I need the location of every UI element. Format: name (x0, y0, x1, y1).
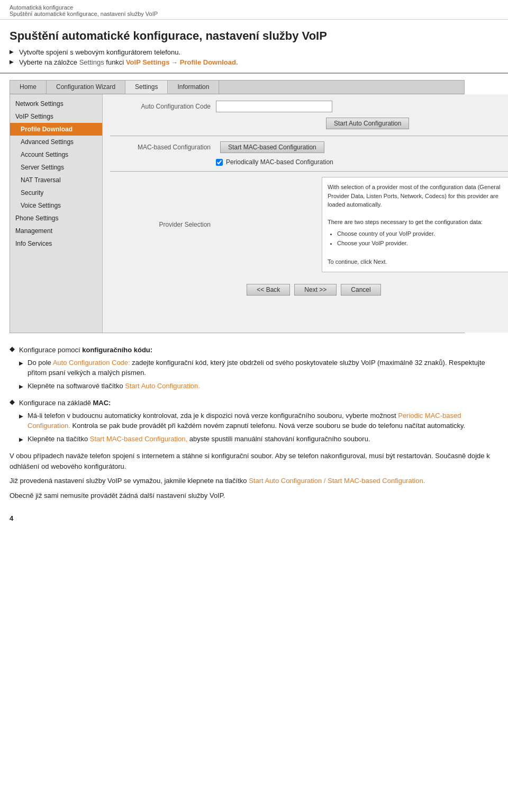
provider-info-box: With selection of a provider most of the… (322, 177, 508, 272)
arrow-icon-1: ▶ (19, 359, 23, 378)
provider-step-1: Choose country of your VoIP provider. (337, 229, 508, 238)
title-section: Spuštění automatické konfigurace, nastav… (0, 20, 508, 74)
section2-bullet-1: ▶ Má-li telefon v budoucnu automaticky k… (19, 411, 498, 431)
sidebar-item-voip-settings[interactable]: VoIP Settings (10, 110, 102, 123)
page-number: 4 (0, 510, 508, 527)
section1-bullet-1: ▶ Do pole Auto Configuration Code: zadej… (19, 358, 498, 378)
diamond-section-1: ◆ Konfigurace pomocí konfiguračního kódu… (10, 345, 498, 394)
divider-2 (110, 171, 508, 172)
mac-section: MAC-based Configuration Start MAC-based … (110, 141, 508, 166)
diamond-icon-2: ◆ (10, 398, 15, 447)
page-title: Spuštění automatické konfigurace, nastav… (10, 29, 498, 43)
arrow-icon-3: ▶ (19, 412, 23, 431)
tab-settings[interactable]: Settings (125, 81, 168, 94)
cancel-button[interactable]: Cancel (341, 284, 380, 296)
provider-step-2: Choose your VoIP provider. (337, 239, 508, 248)
sidebar-item-network-settings[interactable]: Network Settings (10, 97, 102, 110)
section2-content: Konfigurace na základě MAC: ▶ Má-li tele… (19, 398, 498, 447)
sidebar-item-server-settings[interactable]: Server Settings (10, 161, 102, 174)
provider-steps-intro: There are two steps necessary to get the… (328, 219, 483, 225)
nav-buttons: << Back Next >> Cancel (110, 280, 508, 300)
periodic-mac-row: Periodically MAC-based Configuration (216, 158, 508, 166)
provider-section: Provider Selection With selection of a p… (110, 177, 508, 272)
next-button[interactable]: Next >> (294, 284, 337, 296)
sidebar-item-management[interactable]: Management (10, 225, 102, 237)
arrow-icon-2: ▶ (19, 382, 23, 391)
section2-bullet-2: ▶ Klepněte na tlačítko Start MAC-based C… (19, 434, 498, 444)
provider-steps-list: Choose country of your VoIP provider. Ch… (337, 229, 508, 248)
section1-heading: konfiguračního kódu: (82, 346, 152, 354)
diamond-icon-1: ◆ (10, 345, 15, 394)
mac-config-label: MAC-based Configuration (110, 144, 216, 151)
sidebar-item-profile-download[interactable]: Profile Download (10, 123, 102, 136)
tab-home[interactable]: Home (10, 81, 47, 94)
screenshot-ui: Home Configuration Wizard Settings Infor… (10, 80, 465, 333)
periodic-mac-checkbox[interactable] (216, 159, 223, 166)
section1-bullet-2: ▶ Klepněte na softwarové tlačítko Start … (19, 381, 498, 391)
content-area: Auto Configuration Code Start Auto Confi… (103, 94, 508, 333)
auto-config-input[interactable] (216, 101, 332, 112)
intro-bullet-1: Vytvořte spojení s webovým konfigurátore… (10, 47, 498, 57)
provider-label: Provider Selection (110, 221, 216, 228)
back-button[interactable]: << Back (247, 284, 290, 296)
provider-row: Provider Selection With selection of a p… (110, 177, 508, 272)
sidebar-item-security[interactable]: Security (10, 186, 102, 199)
intro-list: Vytvořte spojení s webovým konfigurátore… (10, 47, 498, 67)
sidebar-item-nat-traversal[interactable]: NAT Traversal (10, 174, 102, 186)
sidebar-item-phone-settings[interactable]: Phone Settings (10, 212, 102, 225)
tab-bar[interactable]: Home Configuration Wizard Settings Infor… (10, 81, 464, 94)
periodic-mac-label: Periodically MAC-based Configuration (226, 158, 333, 166)
provider-continue: To continue, click Next. (328, 258, 387, 265)
section1-content: Konfigurace pomocí konfiguračního kódu: … (19, 345, 498, 394)
sidebar-item-account-settings[interactable]: Account Settings (10, 148, 102, 161)
body-content: ◆ Konfigurace pomocí konfiguračního kódu… (0, 340, 508, 510)
header-line1: Automatická konfigurace (10, 4, 498, 11)
provider-text: With selection of a provider most of the… (328, 184, 501, 208)
diamond-section-2: ◆ Konfigurace na základě MAC: ▶ Má-li te… (10, 398, 498, 447)
intro-bullet-2: Vyberte na záložce Settings funkci VoIP … (10, 57, 498, 67)
footer-paragraph-3: Obecně již sami nemusíte provádět žádná … (10, 490, 498, 501)
start-mac-config-button[interactable]: Start MAC-based Configuration (220, 141, 324, 153)
tab-config-wizard[interactable]: Configuration Wizard (47, 81, 125, 94)
start-auto-config-button[interactable]: Start Auto Configuration (326, 118, 409, 129)
start-auto-config-row: Start Auto Configuration (216, 118, 508, 129)
header-line2: Spuštění automatické konfigurace, nastav… (10, 11, 498, 17)
page-header: Automatická konfigurace Spuštění automat… (0, 0, 508, 20)
ui-main-layout: Network Settings VoIP Settings Profile D… (10, 94, 464, 333)
divider-1 (110, 136, 508, 136)
sidebar: Network Settings VoIP Settings Profile D… (10, 94, 103, 333)
footer-paragraph-2: Již provedená nastavení služby VoIP se v… (10, 476, 498, 486)
arrow-icon-4: ▶ (19, 435, 23, 444)
tab-information[interactable]: Information (168, 81, 219, 94)
sidebar-item-info-services[interactable]: Info Services (10, 237, 102, 250)
auto-config-row: Auto Configuration Code (110, 101, 508, 112)
section2-heading: MAC: (93, 399, 111, 407)
auto-config-label: Auto Configuration Code (110, 103, 216, 110)
sidebar-item-advanced-settings[interactable]: Advanced Settings (10, 136, 102, 148)
footer-paragraph-1: V obou případech naváže telefon spojení … (10, 451, 498, 471)
mac-config-row: MAC-based Configuration Start MAC-based … (110, 141, 508, 153)
sidebar-item-voice-settings[interactable]: Voice Settings (10, 199, 102, 212)
